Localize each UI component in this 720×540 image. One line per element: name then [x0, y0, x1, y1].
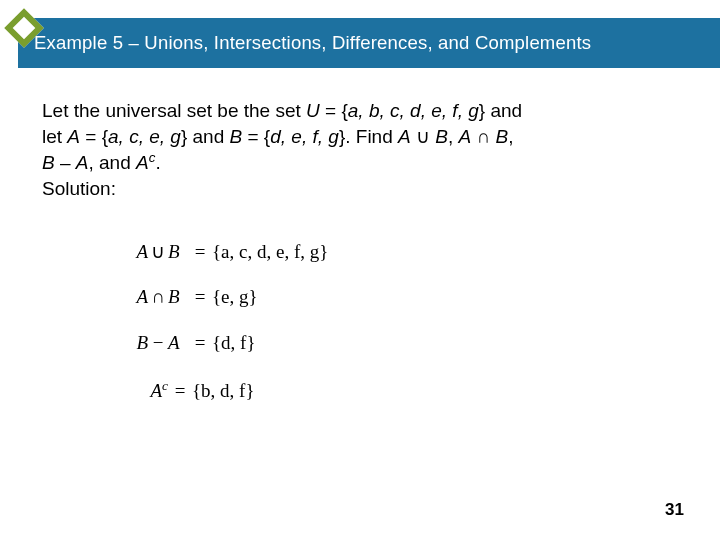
equation-intersection: A∩B={e, g}	[128, 286, 328, 332]
header-bar: Example 5 – Unions, Intersections, Diffe…	[18, 18, 720, 68]
solution-equations: A∪B={a, c, d, e, f, g} A∩B={e, g} B−A={d…	[128, 240, 328, 424]
problem-line-3: B – A, and Ac.	[42, 149, 678, 176]
slide-number: 31	[665, 500, 684, 520]
slide-body: Let the universal set be the set U = {a,…	[42, 98, 678, 202]
solution-label: Solution:	[42, 176, 678, 202]
header-title: Example 5 – Unions, Intersections, Diffe…	[34, 32, 591, 54]
equation-union: A∪B={a, c, d, e, f, g}	[128, 240, 328, 286]
problem-line-1: Let the universal set be the set U = {a,…	[42, 98, 678, 124]
equation-complement: Ac={b, d, f}	[128, 378, 328, 424]
problem-line-2: let A = {a, c, e, g} and B = {d, e, f, g…	[42, 124, 678, 150]
equation-difference: B−A={d, f}	[128, 332, 328, 378]
